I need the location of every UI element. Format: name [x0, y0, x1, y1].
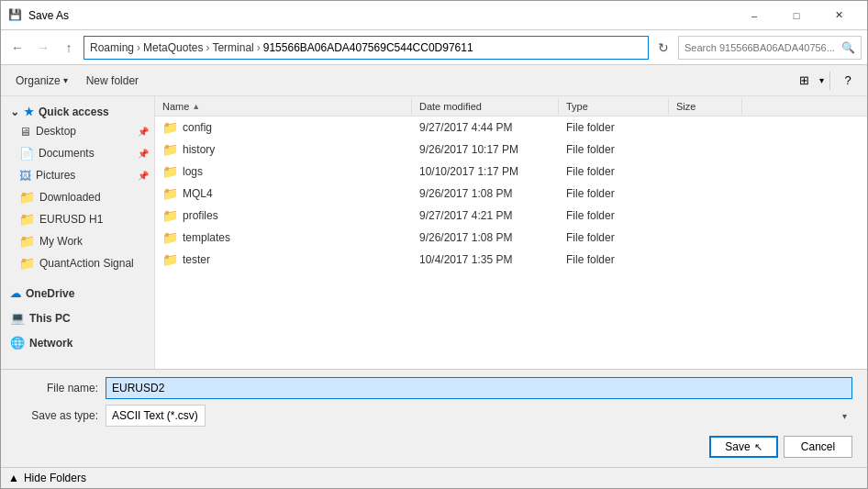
search-box[interactable]: 🔍: [678, 36, 862, 60]
save-cursor-icon: ↖: [754, 441, 762, 453]
address-bar[interactable]: Roaming › MetaQuotes › Terminal › 915566…: [83, 36, 649, 60]
title-bar-text: Save As: [28, 9, 733, 22]
help-button[interactable]: ?: [836, 70, 860, 92]
sidebar-item-label-eurusd: EURUSD H1: [39, 213, 103, 226]
table-row[interactable]: 📁 tester 10/4/2017 1:35 PM File folder: [155, 249, 867, 271]
save-label: Save: [725, 440, 750, 453]
new-folder-button[interactable]: New folder: [79, 70, 146, 92]
crumb-metaquotes: MetaQuotes: [143, 41, 203, 54]
sidebar-item-documents[interactable]: 📄 Documents 📌: [1, 142, 154, 164]
file-date-cell: 9/26/2017 10:17 PM: [412, 143, 559, 156]
filetype-select-wrapper: ASCII Text (*.csv) CSV (*.csv) All Files…: [106, 405, 852, 427]
table-row[interactable]: 📁 profiles 9/27/2017 4:21 PM File folder: [155, 205, 867, 227]
up-button[interactable]: ↑: [58, 37, 80, 59]
pin-icon-pictures: 📌: [138, 171, 149, 181]
table-row[interactable]: 📁 MQL4 9/26/2017 1:08 PM File folder: [155, 183, 867, 205]
table-row[interactable]: 📁 logs 10/10/2017 1:17 PM File folder: [155, 161, 867, 183]
title-bar-controls: – □ ✕: [733, 1, 860, 30]
quick-access-label: Quick access: [39, 106, 109, 118]
table-row[interactable]: 📁 templates 9/26/2017 1:08 PM File folde…: [155, 227, 867, 249]
crumb-roaming: Roaming: [90, 41, 134, 54]
network-icon: 🌐: [10, 336, 25, 350]
folder-icon: 📁: [162, 208, 178, 223]
file-type-cell: File folder: [559, 143, 669, 156]
sidebar-item-eurusd[interactable]: 📁 EURUSD H1: [1, 208, 154, 230]
minimize-button[interactable]: –: [733, 1, 775, 30]
file-type-cell: File folder: [559, 231, 669, 244]
file-date-cell: 9/26/2017 1:08 PM: [412, 187, 559, 200]
file-name-cell: 📁 tester: [155, 252, 412, 267]
quantaction-folder-icon: 📁: [19, 256, 35, 271]
organize-button[interactable]: Organize ▾: [8, 70, 75, 92]
pin-icon-documents: 📌: [138, 149, 149, 159]
folder-icon: 📁: [162, 230, 178, 245]
quick-access-star-icon: ★: [24, 106, 34, 118]
folder-icon: 📁: [162, 252, 178, 267]
sidebar-item-label-quantaction: QuantAction Signal: [39, 257, 134, 270]
sidebar-item-pictures[interactable]: 🖼 Pictures 📌: [1, 164, 154, 186]
sidebar-item-label-downloaded: Downloaded: [39, 191, 101, 204]
main-content: ⌄ ★ Quick access 🖥 Desktop 📌 📄 Documents…: [1, 96, 867, 369]
table-row[interactable]: 📁 history 9/26/2017 10:17 PM File folder: [155, 139, 867, 161]
maximize-button[interactable]: □: [775, 1, 818, 30]
sidebar-item-downloaded[interactable]: 📁 Downloaded: [1, 186, 154, 208]
select-dropdown-arrow: ▾: [842, 411, 847, 421]
close-button[interactable]: ✕: [818, 1, 860, 30]
desktop-icon: 🖥: [19, 125, 31, 139]
filetype-select[interactable]: ASCII Text (*.csv) CSV (*.csv) All Files…: [106, 405, 206, 427]
folder-icon: 📁: [162, 186, 178, 201]
toolbar-separator: [829, 72, 830, 90]
file-date-cell: 9/26/2017 1:08 PM: [412, 231, 559, 244]
address-bar-row: ← → ↑ Roaming › MetaQuotes › Terminal › …: [1, 30, 867, 65]
crumb-terminal: Terminal: [212, 41, 253, 54]
refresh-button[interactable]: ↻: [652, 37, 674, 59]
eurusd-folder-icon: 📁: [19, 212, 35, 227]
cancel-button[interactable]: Cancel: [784, 436, 852, 458]
new-folder-label: New folder: [86, 74, 139, 87]
folder-icon: 📁: [162, 142, 178, 157]
file-name-cell: 📁 config: [155, 120, 412, 135]
col-header-date[interactable]: Date modified: [412, 99, 559, 114]
sidebar-item-desktop[interactable]: 🖥 Desktop 📌: [1, 120, 154, 142]
onedrive-section[interactable]: ☁ OneDrive: [1, 282, 154, 302]
col-header-size[interactable]: Size: [669, 99, 742, 114]
hide-folders-row[interactable]: ▲ Hide Folders: [1, 467, 867, 488]
filename-row: File name:: [16, 377, 852, 399]
back-button[interactable]: ←: [6, 37, 28, 59]
quick-access-header[interactable]: ⌄ ★ Quick access: [1, 100, 154, 120]
col-header-name[interactable]: Name ▲: [155, 99, 412, 114]
file-name-cell: 📁 MQL4: [155, 186, 412, 201]
file-header: Name ▲ Date modified Type Size: [155, 96, 867, 117]
sidebar-item-mywork[interactable]: 📁 My Work: [1, 230, 154, 252]
sidebar: ⌄ ★ Quick access 🖥 Desktop 📌 📄 Documents…: [1, 96, 155, 369]
file-type-cell: File folder: [559, 187, 669, 200]
thispc-label: This PC: [29, 312, 71, 325]
sidebar-item-label-desktop: Desktop: [36, 125, 76, 138]
file-name-cell: 📁 templates: [155, 230, 412, 245]
toolbar-row: Organize ▾ New folder ⊞ ▾ ?: [1, 65, 867, 96]
thispc-icon: 💻: [10, 311, 25, 325]
quick-access-expand-icon: ⌄: [10, 106, 19, 118]
sidebar-item-label-mywork: My Work: [39, 235, 83, 248]
file-name-cell: 📁 history: [155, 142, 412, 157]
col-header-type[interactable]: Type: [559, 99, 669, 114]
pin-icon-desktop: 📌: [138, 127, 149, 137]
file-type-cell: File folder: [559, 209, 669, 222]
file-name-cell: 📁 profiles: [155, 208, 412, 223]
view-toggle-button[interactable]: ⊞: [792, 70, 816, 92]
filetype-row: Save as type: ASCII Text (*.csv) CSV (*.…: [16, 405, 852, 427]
file-date-cell: 10/4/2017 1:35 PM: [412, 253, 559, 266]
network-section[interactable]: 🌐 Network: [1, 330, 154, 351]
sidebar-item-label-documents: Documents: [39, 147, 95, 160]
thispc-section[interactable]: 💻 This PC: [1, 306, 154, 327]
title-bar: 💾 Save As – □ ✕: [1, 1, 867, 30]
onedrive-icon: ☁: [10, 287, 21, 300]
sidebar-item-quantaction[interactable]: 📁 QuantAction Signal: [1, 252, 154, 274]
file-name-input[interactable]: [106, 377, 852, 399]
folder-icon: 📁: [162, 164, 178, 179]
search-input[interactable]: [684, 42, 838, 53]
table-row[interactable]: 📁 config 9/27/2017 4:44 PM File folder: [155, 117, 867, 139]
file-date-cell: 9/27/2017 4:21 PM: [412, 209, 559, 222]
forward-button[interactable]: →: [32, 37, 54, 59]
save-button[interactable]: Save ↖: [709, 436, 778, 458]
